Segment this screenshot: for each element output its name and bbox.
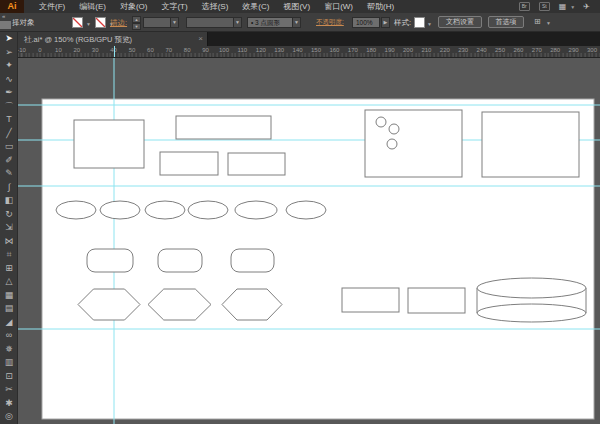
hand-tool[interactable]: ✱ xyxy=(0,397,18,411)
shaper-tool[interactable]: ∫ xyxy=(0,181,18,195)
mesh-tool[interactable]: ▦ xyxy=(0,289,18,303)
stock-icon[interactable]: St xyxy=(539,2,550,11)
canvas-area xyxy=(18,58,600,424)
shape-circle[interactable] xyxy=(376,117,386,127)
pen-tool[interactable]: ✒ xyxy=(0,86,18,100)
opacity-field[interactable]: 100% xyxy=(352,17,380,28)
zoom-tool[interactable]: ◎ xyxy=(0,410,18,424)
blend-tool[interactable]: ∞ xyxy=(0,329,18,343)
stroke-color-swatch[interactable] xyxy=(95,17,106,28)
ruler-tick-label: 120 xyxy=(256,47,266,53)
bridge-icon[interactable]: Br xyxy=(519,2,530,11)
workspace-switcher-icon[interactable]: ▦ xyxy=(559,2,567,11)
ruler-tick-label: 140 xyxy=(293,47,303,53)
menu-view[interactable]: 视图(V) xyxy=(276,0,317,13)
ruler-tick-label: 130 xyxy=(274,47,284,53)
panel-menu-caret-icon[interactable]: ▼ xyxy=(546,20,551,26)
shape-rounded-rectangle[interactable] xyxy=(158,249,202,272)
shape-rectangle[interactable] xyxy=(482,112,579,177)
variable-width-field[interactable] xyxy=(186,17,234,28)
fill-caret-icon[interactable]: ▼ xyxy=(86,21,91,27)
slice-tool[interactable]: ✂ xyxy=(0,383,18,397)
document-tab[interactable]: 社.ai* @ 150% (RGB/GPU 预览) × xyxy=(18,32,208,46)
stroke-weight-field[interactable] xyxy=(143,17,171,28)
eyedropper-tool[interactable]: ◢ xyxy=(0,316,18,330)
stroke-weight-caret[interactable]: ▼ xyxy=(170,17,179,28)
stepper-down-icon[interactable]: ▼ xyxy=(132,23,141,30)
graph-tool[interactable]: ▥ xyxy=(0,356,18,370)
shape-ellipse[interactable] xyxy=(145,201,185,219)
curvature-tool[interactable]: ⌒ xyxy=(0,100,18,114)
document-setup-button[interactable]: 文档设置 xyxy=(438,16,482,28)
menu-effect[interactable]: 效果(C) xyxy=(235,0,276,13)
shape-rectangle[interactable] xyxy=(74,120,144,168)
app-logo-icon[interactable]: Ai xyxy=(0,0,24,13)
line-segment-tool[interactable]: ╱ xyxy=(0,127,18,141)
style-swatch[interactable] xyxy=(414,17,425,28)
perspective-grid-tool[interactable]: △ xyxy=(0,275,18,289)
menu-type[interactable]: 文字(T) xyxy=(154,0,194,13)
stepper-up-icon[interactable]: ▲ xyxy=(132,16,141,23)
fill-color-swatch[interactable] xyxy=(72,17,83,28)
menu-select[interactable]: 选择(S) xyxy=(195,0,236,13)
shape-ellipse[interactable] xyxy=(286,201,326,219)
share-icon[interactable]: ✈ xyxy=(583,2,590,11)
shape-builder-tool[interactable]: ⊞ xyxy=(0,262,18,276)
opacity-link[interactable]: 不透明度: xyxy=(316,18,344,27)
symbol-sprayer-tool[interactable]: ✵ xyxy=(0,343,18,357)
menu-object[interactable]: 对象(O) xyxy=(113,0,155,13)
shape-ellipse[interactable] xyxy=(100,201,140,219)
ruler-tick-label: 230 xyxy=(458,47,468,53)
ruler-tick-label: 150 xyxy=(311,47,321,53)
menu-edit[interactable]: 编辑(E) xyxy=(72,0,113,13)
ruler-tick-label: 100 xyxy=(219,47,229,53)
free-transform-tool[interactable]: ⌗ xyxy=(0,248,18,262)
shape-rectangle[interactable] xyxy=(228,153,285,175)
shape-ellipse[interactable] xyxy=(235,201,277,219)
shape-ellipse[interactable] xyxy=(56,201,96,219)
magic-wand-tool[interactable]: ✦ xyxy=(0,59,18,73)
type-tool[interactable]: T xyxy=(0,113,18,127)
scale-tool[interactable]: ⇲ xyxy=(0,221,18,235)
menu-bar: Ai 文件(F)编辑(E)对象(O)文字(T)选择(S)效果(C)视图(V)窗口… xyxy=(0,0,600,13)
direct-selection-tool[interactable]: ➢ xyxy=(0,46,18,60)
shape-rectangle[interactable] xyxy=(342,288,399,312)
selection-tool[interactable]: ➤ xyxy=(0,32,18,46)
ruler-tick-label: 210 xyxy=(421,47,431,53)
preferences-button[interactable]: 首选项 xyxy=(488,16,524,28)
workspace-caret-icon[interactable]: ▼ xyxy=(570,4,575,10)
rectangle-tool[interactable]: ▭ xyxy=(0,140,18,154)
shape-cylinder-top[interactable] xyxy=(477,278,586,298)
stroke-weight-stepper[interactable]: ▲ ▼ xyxy=(132,16,141,29)
pencil-tool[interactable]: ✎ xyxy=(0,167,18,181)
menu-file[interactable]: 文件(F) xyxy=(32,0,72,13)
menu-help[interactable]: 帮助(H) xyxy=(360,0,401,13)
eraser-tool[interactable]: ◧ xyxy=(0,194,18,208)
paintbrush-tool[interactable]: ✐ xyxy=(0,154,18,168)
shape-rounded-rectangle[interactable] xyxy=(87,249,133,272)
shape-rectangle[interactable] xyxy=(408,288,465,313)
panel-menu-icon[interactable]: ⊞ xyxy=(534,17,541,26)
shape-rounded-rectangle[interactable] xyxy=(231,249,274,272)
horizontal-ruler[interactable]: -100102030405060708090100110120130140150… xyxy=(18,46,600,58)
opacity-caret[interactable]: ▶ xyxy=(381,17,390,28)
shape-rectangle[interactable] xyxy=(176,116,271,139)
brush-definition-caret[interactable]: ▼ xyxy=(292,17,301,28)
shape-ellipse[interactable] xyxy=(188,201,228,219)
stroke-link[interactable]: 描边: xyxy=(110,18,127,28)
shape-cylinder-bottom[interactable] xyxy=(477,304,586,322)
ruler-tick-label: 110 xyxy=(238,47,248,53)
shape-rectangle[interactable] xyxy=(160,152,218,175)
menu-window[interactable]: 窗口(W) xyxy=(317,0,360,13)
shape-circle[interactable] xyxy=(389,124,399,134)
width-tool[interactable]: ⋈ xyxy=(0,235,18,249)
lasso-tool[interactable]: ∿ xyxy=(0,73,18,87)
rotate-tool[interactable]: ↻ xyxy=(0,208,18,222)
brush-definition-field[interactable]: • 3 点圆形 xyxy=(247,17,293,28)
variable-width-caret[interactable]: ▼ xyxy=(233,17,242,28)
style-caret-icon[interactable]: ▼ xyxy=(427,21,432,27)
gradient-tool[interactable]: ▤ xyxy=(0,302,18,316)
tab-close-icon[interactable]: × xyxy=(198,34,203,43)
shape-circle[interactable] xyxy=(387,139,397,149)
artboard-tool[interactable]: ⊡ xyxy=(0,370,18,384)
